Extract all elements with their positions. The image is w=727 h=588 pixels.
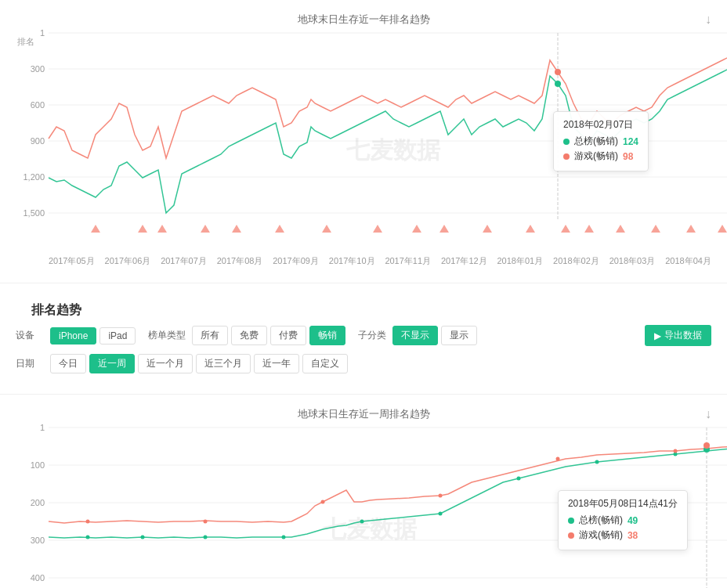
section-title: 排名趋势 bbox=[16, 293, 711, 325]
chart1-x-tick-6: 2017年10月 bbox=[329, 255, 375, 267]
chart1-x-tick-8: 2017年12月 bbox=[441, 255, 487, 267]
chart2-title: 地球末日生存近一周排名趋势 bbox=[16, 407, 711, 421]
chart2-game-label: 游戏(畅销) bbox=[579, 528, 623, 542]
chart2-total-label: 总榜(畅销) bbox=[579, 514, 623, 527]
svg-point-61 bbox=[321, 500, 325, 504]
svg-point-60 bbox=[204, 520, 208, 524]
chart-type-bestseller-btn[interactable]: 畅销 bbox=[309, 326, 345, 345]
chart2-tooltip-date: 2018年05月08日14点41分 bbox=[568, 497, 678, 510]
svg-point-55 bbox=[439, 512, 443, 516]
chart1-x-tick-2: 2017年06月 bbox=[105, 255, 151, 267]
chart2-tooltip-game: 游戏(畅销) 38 bbox=[568, 528, 678, 542]
date-row: 日期 今日 近一周 近一个月 近三个月 近一年 自定义 bbox=[16, 354, 711, 373]
svg-marker-28 bbox=[651, 225, 660, 233]
svg-text:900: 900 bbox=[31, 136, 45, 146]
svg-point-51 bbox=[141, 536, 145, 539]
subcategory-hide-btn[interactable]: 不显示 bbox=[392, 326, 438, 345]
chart1-tooltip-total: 总榜(畅销) 124 bbox=[563, 135, 638, 148]
chart1-x-tick-1: 2017年05月 bbox=[49, 255, 95, 267]
chart1-tooltip-game: 游戏(畅销) 98 bbox=[563, 150, 638, 163]
chart1-x-tick-9: 2018年01月 bbox=[497, 255, 544, 267]
svg-point-57 bbox=[595, 460, 599, 464]
chart-type-free-btn[interactable]: 免费 bbox=[231, 326, 267, 345]
device-iphone-btn[interactable]: iPhone bbox=[50, 327, 96, 345]
chart1-x-axis: 2017年05月 2017年06月 2017年07月 2017年08月 2017… bbox=[49, 252, 711, 270]
chart1-x-tick-12: 2018年04月 bbox=[665, 255, 711, 267]
chart1-total-dot bbox=[563, 139, 570, 145]
device-ipad-btn[interactable]: iPad bbox=[99, 327, 136, 345]
chart1-x-tick-11: 2018年03月 bbox=[609, 255, 656, 267]
svg-marker-19 bbox=[322, 225, 331, 233]
svg-point-32 bbox=[555, 81, 561, 87]
subcategory-buttons: 不显示 显示 bbox=[392, 326, 477, 345]
export-btn[interactable]: ▶ 导出数据 bbox=[645, 325, 711, 346]
date-month-btn[interactable]: 近一个月 bbox=[138, 354, 193, 373]
svg-text:1: 1 bbox=[40, 423, 45, 432]
svg-text:1: 1 bbox=[40, 28, 45, 38]
date-buttons: 今日 近一周 近一个月 近三个月 近一年 自定义 bbox=[50, 354, 348, 373]
svg-marker-25 bbox=[561, 225, 570, 233]
svg-point-33 bbox=[555, 69, 561, 75]
chart1-download-icon[interactable]: ↓ bbox=[705, 13, 711, 27]
svg-marker-14 bbox=[138, 225, 147, 233]
svg-point-64 bbox=[674, 449, 678, 453]
chart2-game-dot bbox=[568, 532, 574, 539]
svg-text:300: 300 bbox=[31, 536, 45, 545]
device-row: 设备 iPhone iPad 榜单类型 所有 免费 付费 畅销 子分类 不显示 … bbox=[16, 325, 711, 346]
chart1-total-label: 总榜(畅销) bbox=[574, 135, 618, 148]
svg-point-50 bbox=[86, 536, 90, 539]
svg-marker-30 bbox=[718, 225, 727, 233]
svg-point-63 bbox=[556, 457, 560, 461]
chart1-x-tick-7: 2017年11月 bbox=[385, 255, 431, 267]
chart1-tooltip-date: 2018年02月07日 bbox=[563, 118, 638, 132]
svg-point-56 bbox=[517, 477, 521, 481]
subcategory-label: 子分类 bbox=[358, 329, 386, 342]
svg-point-59 bbox=[86, 520, 90, 524]
chart2-total-dot bbox=[568, 518, 574, 524]
svg-text:1,200: 1,200 bbox=[23, 172, 45, 182]
chart-type-label: 榜单类型 bbox=[148, 329, 186, 342]
svg-marker-27 bbox=[616, 225, 625, 233]
svg-text:300: 300 bbox=[31, 64, 45, 74]
controls-section: 排名趋势 设备 iPhone iPad 榜单类型 所有 免费 付费 畅销 子分类… bbox=[0, 283, 727, 395]
chart1-title: 地球末日生存近一年排名趋势 bbox=[16, 13, 711, 27]
chart2-tooltip: 2018年05月08日14点41分 总榜(畅销) 49 游戏(畅销) 38 bbox=[558, 490, 688, 550]
svg-text:400: 400 bbox=[31, 573, 45, 583]
device-label: 设备 bbox=[16, 329, 44, 342]
chart2-total-value: 49 bbox=[628, 515, 638, 526]
svg-marker-29 bbox=[686, 225, 696, 233]
chart1-game-label: 游戏(畅销) bbox=[574, 150, 618, 163]
chart1-x-tick-5: 2017年09月 bbox=[273, 255, 319, 267]
chart1-y-label: 排名 bbox=[17, 36, 34, 48]
chart1-tooltip: 2018年02月07日 总榜(畅销) 124 游戏(畅销) 98 bbox=[553, 111, 649, 171]
svg-marker-21 bbox=[412, 225, 421, 233]
chart1-x-tick-3: 2017年07月 bbox=[161, 255, 207, 267]
svg-marker-23 bbox=[483, 225, 492, 233]
date-custom-btn[interactable]: 自定义 bbox=[302, 354, 348, 373]
svg-text:600: 600 bbox=[31, 100, 45, 110]
date-week-btn[interactable]: 近一周 bbox=[89, 354, 135, 373]
svg-point-54 bbox=[360, 520, 364, 524]
chart2-container: 1 100 200 300 400 500 七麦数据 bbox=[16, 427, 711, 588]
svg-marker-22 bbox=[439, 225, 449, 233]
export-icon: ▶ bbox=[654, 330, 661, 341]
device-buttons: iPhone iPad bbox=[50, 327, 136, 345]
svg-marker-24 bbox=[526, 225, 535, 233]
svg-text:七麦数据: 七麦数据 bbox=[346, 137, 441, 163]
svg-marker-16 bbox=[201, 225, 210, 233]
chart-type-paid-btn[interactable]: 付费 bbox=[270, 326, 306, 345]
subcategory-show-btn[interactable]: 显示 bbox=[441, 326, 477, 345]
chart1-x-tick-10: 2018年02月 bbox=[553, 255, 599, 267]
chart2-download-icon[interactable]: ↓ bbox=[705, 407, 711, 421]
svg-point-49 bbox=[703, 442, 710, 449]
chart2-game-value: 38 bbox=[628, 530, 638, 541]
svg-point-62 bbox=[439, 494, 443, 498]
date-today-btn[interactable]: 今日 bbox=[50, 354, 86, 373]
svg-text:七麦数据: 七麦数据 bbox=[323, 516, 418, 542]
chart-type-all-btn[interactable]: 所有 bbox=[192, 326, 228, 345]
date-3month-btn[interactable]: 近三个月 bbox=[196, 354, 251, 373]
date-year-btn[interactable]: 近一年 bbox=[254, 354, 299, 373]
svg-marker-13 bbox=[91, 225, 100, 233]
svg-text:100: 100 bbox=[31, 460, 45, 470]
chart1-section: 地球末日生存近一年排名趋势 ↓ 排名 1 300 600 900 1,200 1… bbox=[0, 0, 727, 283]
